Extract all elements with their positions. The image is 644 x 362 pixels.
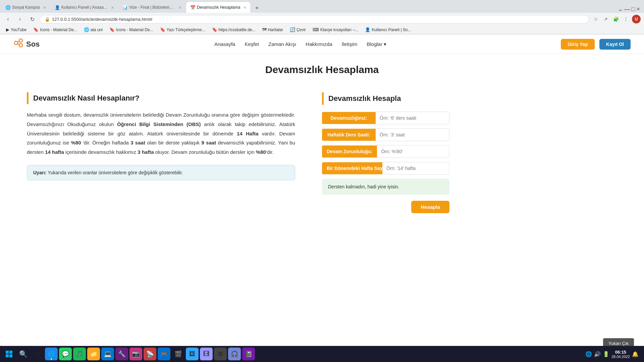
3hafta-bold: 3 hafta bbox=[138, 149, 154, 155]
url-box[interactable]: 🔒 127.0.0.1:5500/article/devamsizlik-hes… bbox=[40, 15, 589, 23]
nav-iletisim[interactable]: İletişim bbox=[342, 41, 358, 47]
tab-sosyal-kampus[interactable]: 🌐 Sosyal Kampüs × bbox=[1, 2, 50, 13]
bookmark-youtube[interactable]: ▶ YouTube bbox=[3, 26, 29, 33]
profile-avatar[interactable]: U bbox=[632, 15, 641, 23]
haftalik-input[interactable] bbox=[376, 128, 449, 141]
bookmark-yazi-label: Yazı Türkçeleştirme... bbox=[167, 27, 205, 32]
nav-anasayfa[interactable]: Anasayfa bbox=[214, 41, 235, 47]
url-text[interactable]: 127.0.0.1:5500/article/devamsizlik-hesap… bbox=[52, 17, 584, 22]
tab-favicon-4: 📅 bbox=[190, 5, 195, 10]
svg-point-0 bbox=[14, 41, 18, 45]
bookmark-cssbattle-label: https://cssbattle.de... bbox=[219, 27, 256, 32]
bookmark-cssbattle[interactable]: 🔖 https://cssbattle.de... bbox=[209, 26, 258, 33]
svg-point-2 bbox=[19, 44, 22, 47]
nav-kesfet[interactable]: Keşfet bbox=[245, 41, 259, 47]
bookmark-icon[interactable]: ☆ bbox=[592, 15, 600, 23]
close-window-icon[interactable]: × bbox=[636, 6, 640, 13]
translate-icon: 🔄 bbox=[290, 27, 295, 32]
left-column: Devamsızlık Nasıl Hesaplanır? Merhaba se… bbox=[27, 92, 295, 180]
tab-vize-final[interactable]: 📊 Vize - Final | Bütünleme Hesapla... × bbox=[118, 2, 185, 13]
devam-zorunlulugu-label: Devam Zorunluluğu: bbox=[322, 145, 377, 158]
devamsizlik-input-row: Devamsızlığınız: bbox=[322, 112, 449, 124]
logo-text: Sos bbox=[26, 40, 40, 49]
youtube-icon: ▶ bbox=[6, 27, 9, 32]
close-tab-3[interactable]: × bbox=[179, 5, 181, 10]
browser-chrome: 🌐 Sosyal Kampüs × 👤 Kullanıcı Paneli | A… bbox=[0, 0, 644, 35]
left-heading-text: Devamsızlık Nasıl Hesaplanır? bbox=[33, 94, 140, 103]
address-bar-actions: ☆ ↗ 🧩 ⋮ U bbox=[592, 15, 641, 23]
obs-bold: Öğrenci Bilgi Sisteminden (OBS) bbox=[117, 121, 201, 127]
bookmark-klavye-label: Klavye kısayolları –... bbox=[320, 27, 358, 32]
close-tab-4[interactable]: × bbox=[244, 5, 246, 10]
more-icon[interactable]: ⋮ bbox=[622, 15, 630, 23]
hafta-sayisi-input[interactable] bbox=[382, 162, 449, 175]
3saat-bold: 3 saat bbox=[130, 140, 145, 145]
nav-bloglar[interactable]: Bloglar ▾ bbox=[367, 41, 386, 47]
bookmark-haritalar[interactable]: 🗺 Haritalar bbox=[260, 26, 286, 33]
bookmark-icon-3: 🔖 bbox=[160, 27, 165, 32]
nav-hakkimizda[interactable]: Hakkımızda bbox=[306, 41, 332, 47]
two-column-layout: Devamsızlık Nasıl Hesaplanır? Merhaba se… bbox=[27, 92, 617, 213]
bookmark-kullanici[interactable]: 👤 Kullanıcı Paneli | So... bbox=[362, 26, 414, 33]
bookmark-cevir[interactable]: 🔄 Çevir bbox=[287, 26, 309, 33]
devam-zorunlulugu-input-row: Devam Zorunluluğu: bbox=[322, 145, 449, 158]
chevron-down-icon: ▾ bbox=[384, 41, 386, 47]
page-content: Devamsızlık Hesaplama Devamsızlık Nasıl … bbox=[0, 54, 644, 223]
bookmark-cevir-label: Çevir bbox=[297, 27, 306, 32]
close-tab-1[interactable]: × bbox=[43, 5, 46, 10]
tab-title-3: Vize - Final | Bütünleme Hesapla... bbox=[129, 5, 175, 10]
result-text: Dersten kalmadın, hadi yine iyisin. bbox=[328, 184, 399, 189]
share-icon[interactable]: ↗ bbox=[602, 15, 610, 23]
tab-devamsizlik[interactable]: 📅 Devamsızlık Hesaplama × bbox=[186, 2, 250, 13]
bookmark-icon-1: 🔖 bbox=[33, 27, 39, 32]
calc-heading: Devamsızlık Hesapla bbox=[322, 92, 449, 105]
left-section-heading: Devamsızlık Nasıl Hesaplanır? bbox=[27, 92, 295, 104]
logo-icon bbox=[13, 38, 23, 50]
site-logo[interactable]: Sos bbox=[13, 38, 40, 50]
bookmark-icons2[interactable]: 🔖 Icons - Material De... bbox=[107, 26, 156, 33]
giris-yap-button[interactable]: Giriş Yap bbox=[561, 39, 594, 50]
kayit-ol-button[interactable]: Kayıt Ol bbox=[599, 39, 631, 50]
alert-label: Uyarı: bbox=[33, 170, 47, 175]
result-box: Dersten kalmadın, hadi yine iyisin. bbox=[322, 179, 449, 195]
address-bar: ‹ › ↻ 🔒 127.0.0.1:5500/article/devamsizl… bbox=[0, 13, 644, 25]
devamsizlik-label: Devamsızlığınız: bbox=[322, 112, 376, 124]
devamsizlik-input[interactable] bbox=[376, 112, 449, 124]
user-icon-bm: 👤 bbox=[365, 27, 370, 32]
bookmark-ata-uni[interactable]: 🌐 ata uni bbox=[81, 26, 105, 33]
extensions-icon[interactable]: 🧩 bbox=[612, 15, 620, 23]
bloglar-label: Bloglar bbox=[367, 41, 382, 47]
devam-zorunlulugu-input[interactable] bbox=[377, 145, 449, 158]
14hafta2-bold: 14 hafta bbox=[45, 149, 64, 155]
minimize-icon[interactable]: — bbox=[624, 6, 630, 13]
close-tab-2[interactable]: × bbox=[111, 5, 114, 10]
tab-title-1: Sosyal Kampüs bbox=[12, 5, 40, 10]
svg-line-3 bbox=[18, 41, 19, 42]
bookmark-klavye[interactable]: ⌨ Klavye kısayolları –... bbox=[310, 26, 361, 33]
new-tab-button[interactable]: + bbox=[252, 3, 262, 13]
svg-point-1 bbox=[19, 39, 22, 42]
tab-favicon-2: 👤 bbox=[55, 5, 59, 10]
content-text: Merhaba sevgili dostum, devamszlık ünive… bbox=[27, 110, 295, 157]
tab-favicon-1: 🌐 bbox=[5, 5, 10, 10]
tab-overflow-controls: ⌄ — □ × bbox=[618, 5, 643, 13]
svg-line-4 bbox=[18, 44, 19, 45]
content-paragraph: Merhaba sevgili dostum, devamszlık ünive… bbox=[27, 110, 295, 157]
bookmark-ata-label: ata uni bbox=[91, 27, 103, 32]
tab-title-2: Kullanıcı Paneli | Anasayfa bbox=[61, 5, 108, 10]
page-title: Devamsızlık Hesaplama bbox=[27, 64, 617, 75]
nav-zaman-akisi[interactable]: Zaman Akışı bbox=[268, 41, 296, 47]
forward-button[interactable]: › bbox=[15, 14, 25, 24]
back-button[interactable]: ‹ bbox=[3, 14, 13, 24]
tab-list-icon[interactable]: ⌄ bbox=[618, 5, 623, 13]
reload-button[interactable]: ↻ bbox=[28, 14, 37, 24]
hesapla-button[interactable]: Hesapla bbox=[411, 201, 449, 213]
bookmark-yazi[interactable]: 🔖 Yazı Türkçeleştirme... bbox=[157, 26, 208, 33]
bookmark-icons1[interactable]: 🔖 Icons - Material De... bbox=[31, 26, 80, 33]
tab-kullanici-paneli[interactable]: 👤 Kullanıcı Paneli | Anasayfa × bbox=[51, 2, 118, 13]
tabs-bar: 🌐 Sosyal Kampüs × 👤 Kullanıcı Paneli | A… bbox=[0, 0, 644, 13]
bookmark-icon-4: 🔖 bbox=[212, 27, 217, 32]
right-column: Devamsızlık Hesapla Devamsızlığınız: Haf… bbox=[322, 92, 449, 213]
globe-icon-1: 🌐 bbox=[84, 27, 89, 32]
maximize-icon[interactable]: □ bbox=[632, 6, 635, 13]
